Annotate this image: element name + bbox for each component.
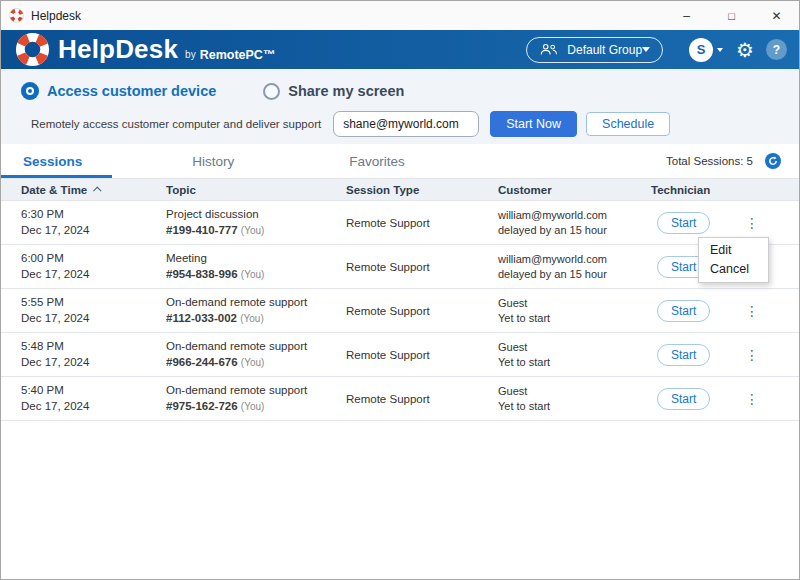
refresh-icon[interactable] <box>765 153 781 169</box>
session-type-cell: Remote Support <box>346 393 498 405</box>
help-icon[interactable]: ? <box>766 39 787 60</box>
start-session-button[interactable]: Start <box>657 212 710 234</box>
app-header: HelpDesk by RemotePC™ Default Group S ⚙ … <box>1 30 799 69</box>
topic-cell: Project discussion #199-410-777 (You) <box>166 207 346 238</box>
start-session-button[interactable]: Start <box>657 300 710 322</box>
table-row: 6:30 PMDec 17, 2024 Project discussion #… <box>1 201 799 245</box>
table-header: Date & Time Topic Session Type Customer … <box>1 178 799 201</box>
title-bar: Helpdesk – □ ✕ <box>1 1 799 30</box>
column-topic[interactable]: Topic <box>166 184 346 196</box>
radio-share-label: Share my screen <box>288 83 404 99</box>
minimize-button[interactable]: – <box>664 1 709 30</box>
chevron-down-icon <box>642 47 650 52</box>
logo-name: HelpDesk <box>58 34 178 65</box>
gear-icon[interactable]: ⚙ <box>736 40 754 60</box>
customer-cell: GuestYet to start <box>498 296 651 326</box>
group-icon <box>539 43 558 56</box>
customer-cell: GuestYet to start <box>498 340 651 370</box>
radio-share-my-screen[interactable]: Share my screen <box>263 83 404 100</box>
customer-email-input[interactable] <box>333 111 479 137</box>
table-row: 5:48 PMDec 17, 2024 On-demand remote sup… <box>1 333 799 377</box>
customer-cell: william@myworld.comdelayed by an 15 hour <box>498 208 651 238</box>
date-time-cell: 5:48 PMDec 17, 2024 <box>21 339 166 370</box>
radio-access-label: Access customer device <box>47 83 216 99</box>
date-time-cell: 5:40 PMDec 17, 2024 <box>21 383 166 414</box>
customer-cell: william@myworld.comdelayed by an 15 hour <box>498 252 651 282</box>
technician-cell: Start ⋮ <box>651 344 799 366</box>
customer-cell: GuestYet to start <box>498 384 651 414</box>
tabs-bar: Sessions History Favorites Total Session… <box>1 144 799 178</box>
kebab-menu-icon[interactable]: ⋮ <box>745 347 759 363</box>
total-sessions-label: Total Sessions: 5 <box>666 155 753 167</box>
start-session-button[interactable]: Start <box>657 388 710 410</box>
topic-cell: On-demand remote support #975-162-726 (Y… <box>166 383 346 414</box>
session-type-cell: Remote Support <box>346 261 498 273</box>
avatar: S <box>689 38 713 62</box>
date-time-cell: 5:55 PMDec 17, 2024 <box>21 295 166 326</box>
date-time-cell: 6:30 PMDec 17, 2024 <box>21 207 166 238</box>
kebab-menu-icon[interactable]: ⋮ <box>745 391 759 407</box>
connect-helper-text: Remotely access customer computer and de… <box>31 118 321 130</box>
logo-brand: RemotePC™ <box>200 48 276 62</box>
window-title: Helpdesk <box>31 9 81 23</box>
session-type-cell: Remote Support <box>346 349 498 361</box>
kebab-menu-icon[interactable]: ⋮ <box>745 215 759 231</box>
table-row: 5:55 PMDec 17, 2024 On-demand remote sup… <box>1 289 799 333</box>
column-date-time[interactable]: Date & Time <box>21 184 166 196</box>
topic-cell: Meeting #954-838-996 (You) <box>166 251 346 282</box>
total-sessions-count: 5 <box>747 155 753 167</box>
radio-access-customer-device[interactable]: Access customer device <box>21 82 216 100</box>
account-menu[interactable]: S <box>689 38 723 62</box>
column-customer[interactable]: Customer <box>498 184 651 196</box>
maximize-button[interactable]: □ <box>709 1 754 30</box>
topic-cell: On-demand remote support #966-244-676 (Y… <box>166 339 346 370</box>
technician-cell: Start ⋮ <box>651 300 799 322</box>
group-selector[interactable]: Default Group <box>526 37 663 63</box>
column-technician[interactable]: Technician <box>651 184 799 196</box>
context-menu-cancel[interactable]: Cancel <box>699 260 768 279</box>
session-type-cell: Remote Support <box>346 217 498 229</box>
date-time-cell: 6:00 PMDec 17, 2024 <box>21 251 166 282</box>
group-selector-label: Default Group <box>567 43 642 57</box>
context-menu-edit[interactable]: Edit <box>699 241 768 260</box>
row-context-menu: Edit Cancel <box>698 237 769 283</box>
radio-unselected-icon <box>263 83 280 100</box>
connect-section: Access customer device Share my screen R… <box>1 69 799 144</box>
technician-cell: Start ⋮ <box>651 212 799 234</box>
app-window: Helpdesk – □ ✕ HelpDesk by RemotePC™ <box>0 0 800 580</box>
start-now-button[interactable]: Start Now <box>490 111 577 137</box>
tab-favorites[interactable]: Favorites <box>319 144 435 178</box>
technician-cell: Start ⋮ <box>651 388 799 410</box>
session-type-cell: Remote Support <box>346 305 498 317</box>
radio-selected-icon <box>21 82 39 100</box>
start-session-button[interactable]: Start <box>657 344 710 366</box>
kebab-menu-icon[interactable]: ⋮ <box>745 303 759 319</box>
lifebuoy-logo-icon <box>15 32 50 67</box>
tab-history[interactable]: History <box>162 144 264 178</box>
chevron-down-icon <box>717 48 723 52</box>
app-icon <box>9 8 24 23</box>
topic-cell: On-demand remote support #112-033-002 (Y… <box>166 295 346 326</box>
tab-sessions[interactable]: Sessions <box>1 144 112 178</box>
sort-ascending-icon <box>93 186 101 194</box>
app-logo: HelpDesk by RemotePC™ <box>15 32 275 67</box>
column-session-type[interactable]: Session Type <box>346 184 498 196</box>
logo-by: by <box>185 49 196 60</box>
table-row: 5:40 PMDec 17, 2024 On-demand remote sup… <box>1 377 799 421</box>
session-list: 6:30 PMDec 17, 2024 Project discussion #… <box>1 201 799 421</box>
schedule-button[interactable]: Schedule <box>586 112 670 136</box>
table-row: 6:00 PMDec 17, 2024 Meeting #954-838-996… <box>1 245 799 289</box>
close-button[interactable]: ✕ <box>754 1 799 30</box>
